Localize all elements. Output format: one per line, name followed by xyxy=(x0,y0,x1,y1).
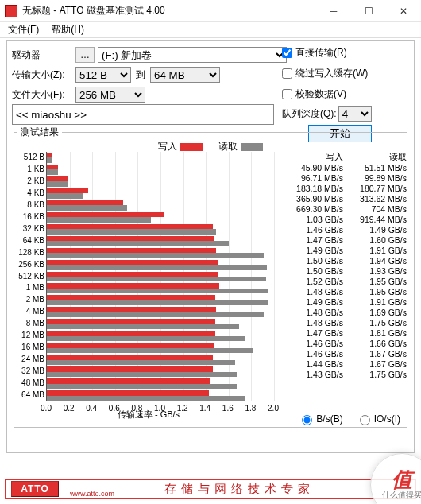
drive-select[interactable]: (F:) 新加卷 xyxy=(98,47,287,63)
result-row: 183.18 MB/s180.77 MB/s xyxy=(283,184,410,194)
bypass-cache-checkbox[interactable]: 绕过写入缓存(W) xyxy=(282,64,372,82)
footer: ATTO 存储与网络技术专家 www.atto.com xyxy=(5,479,416,499)
bar-read xyxy=(47,277,266,281)
bar-write xyxy=(47,248,216,253)
result-row: 365.90 MB/s313.62 MB/s xyxy=(283,194,410,204)
menu-file[interactable]: 文件(F) xyxy=(5,23,42,37)
col-write: 写入 xyxy=(283,152,346,163)
y-tick: 1 MB xyxy=(17,283,44,293)
titlebar: 无标题 - ATTO 磁盘基准测试 4.00 ─ ☐ ✕ xyxy=(0,0,421,22)
result-row: 1.49 GB/s1.91 GB/s xyxy=(283,297,410,308)
result-row: 1.47 GB/s1.60 GB/s xyxy=(283,235,410,246)
transfer-to-select[interactable]: 64 MB xyxy=(150,67,220,83)
app-icon xyxy=(5,5,17,17)
result-row: 1.46 GB/s1.66 GB/s xyxy=(283,339,410,349)
bar-read xyxy=(47,348,253,353)
bar-read xyxy=(47,229,216,234)
close-button[interactable]: ✕ xyxy=(386,0,421,22)
bar-read xyxy=(47,205,127,210)
result-row: 1.43 GB/s1.75 GB/s xyxy=(283,370,410,380)
result-row: 1.50 GB/s1.93 GB/s xyxy=(283,266,410,277)
y-tick: 4 MB xyxy=(17,307,44,316)
y-tick: 256 KB xyxy=(17,260,44,269)
results-panel: 测试结果 写入 读取 传输速率 - GB/s 0.00.20.40.60.81.… xyxy=(14,126,407,428)
result-row: 1.48 GB/s1.95 GB/s xyxy=(283,287,410,297)
transfer-size-label: 传输大小(Z): xyxy=(12,68,75,82)
queue-depth-select[interactable]: 4 xyxy=(338,106,372,122)
result-row: 1.52 GB/s1.95 GB/s xyxy=(283,277,410,287)
x-axis-title: 传输速率 - GB/s xyxy=(17,409,280,421)
window-title: 无标题 - ATTO 磁盘基准测试 4.00 xyxy=(22,4,316,17)
y-tick: 24 MB xyxy=(17,355,44,364)
minimize-button[interactable]: ─ xyxy=(316,0,351,22)
bar-read xyxy=(47,312,264,317)
result-row: 1.03 GB/s919.44 MB/s xyxy=(283,215,410,225)
y-tick: 128 KB xyxy=(17,248,44,258)
y-tick: 512 B xyxy=(17,153,44,162)
drive-label: 驱动器 xyxy=(12,48,75,62)
menu-help[interactable]: 帮助(H) xyxy=(48,23,87,37)
y-tick: 12 MB xyxy=(17,331,44,340)
y-tick: 48 MB xyxy=(17,378,44,388)
y-tick: 2 MB xyxy=(17,295,44,304)
result-row: 96.71 MB/s99.89 MB/s xyxy=(283,173,410,184)
bar-read xyxy=(47,157,52,162)
y-tick: 2 KB xyxy=(17,176,44,186)
col-read: 读取 xyxy=(346,152,410,163)
atto-logo: ATTO xyxy=(11,481,59,497)
bar-read xyxy=(47,336,245,341)
result-row: 669.30 MB/s704 MB/s xyxy=(283,204,410,215)
bar-read xyxy=(47,169,58,174)
file-size-label: 文件大小(F): xyxy=(12,88,75,102)
bar-read xyxy=(47,300,268,305)
bar-read xyxy=(47,181,68,186)
footer-url: www.atto.com xyxy=(70,490,114,498)
result-row: 1.46 GB/s1.49 GB/s xyxy=(283,225,410,235)
result-row: 1.48 GB/s1.69 GB/s xyxy=(283,308,410,318)
y-tick: 4 KB xyxy=(17,188,44,198)
y-tick: 512 KB xyxy=(17,272,44,281)
maximize-button[interactable]: ☐ xyxy=(351,0,386,22)
file-size-select[interactable]: 256 MB xyxy=(75,87,145,103)
result-row: 1.46 GB/s1.67 GB/s xyxy=(283,349,410,359)
swatch-write xyxy=(180,143,203,151)
y-tick: 8 KB xyxy=(17,200,44,210)
bar-read xyxy=(47,324,239,329)
watermark: 值 什么值得买 xyxy=(370,453,421,504)
result-row: 1.49 GB/s1.91 GB/s xyxy=(283,246,410,256)
bar-read xyxy=(47,289,268,293)
bar-read xyxy=(47,241,229,246)
bar-read xyxy=(47,193,83,198)
chart: 传输速率 - GB/s 0.00.20.40.60.81.01.21.41.61… xyxy=(17,152,280,417)
description-input[interactable] xyxy=(12,104,274,125)
main-panel: 驱动器 … (F:) 新加卷 传输大小(Z): 512 B 到 64 MB 文件… xyxy=(6,40,415,453)
verify-checkbox[interactable]: 校验数据(V) xyxy=(282,85,372,103)
bar-write xyxy=(47,176,68,181)
swatch-read xyxy=(241,143,263,151)
unit-io-radio[interactable]: IO/s(I) xyxy=(356,413,400,425)
result-row: 1.50 GB/s1.94 GB/s xyxy=(283,256,410,266)
bar-write xyxy=(47,236,214,241)
bar-write xyxy=(47,212,164,217)
bar-read xyxy=(47,396,245,401)
bar-write xyxy=(47,224,213,229)
y-tick: 16 KB xyxy=(17,212,44,222)
y-tick: 32 MB xyxy=(17,366,44,376)
transfer-from-select[interactable]: 512 B xyxy=(75,67,131,83)
drive-browse-button[interactable]: … xyxy=(75,47,95,63)
unit-bytes-radio[interactable]: B/s(B) xyxy=(298,413,342,425)
y-tick: 8 MB xyxy=(17,319,44,328)
direct-io-checkbox[interactable]: 直接传输(R) xyxy=(282,44,372,61)
bar-write xyxy=(47,165,58,169)
bar-write xyxy=(47,188,88,193)
footer-tagline: 存储与网络技术专家 xyxy=(64,482,415,497)
y-tick: 1 KB xyxy=(17,165,44,174)
bar-write xyxy=(47,272,218,277)
result-row: 45.90 MB/s51.51 MB/s xyxy=(283,163,410,173)
bar-read xyxy=(47,265,267,269)
results-table: 写入读取 45.90 MB/s51.51 MB/s96.71 MB/s99.89… xyxy=(283,152,410,380)
y-tick: 64 MB xyxy=(17,390,44,400)
results-legend: 测试结果 xyxy=(17,126,62,139)
queue-depth-label: 队列深度(Q): xyxy=(282,107,337,121)
to-label: 到 xyxy=(136,68,145,82)
